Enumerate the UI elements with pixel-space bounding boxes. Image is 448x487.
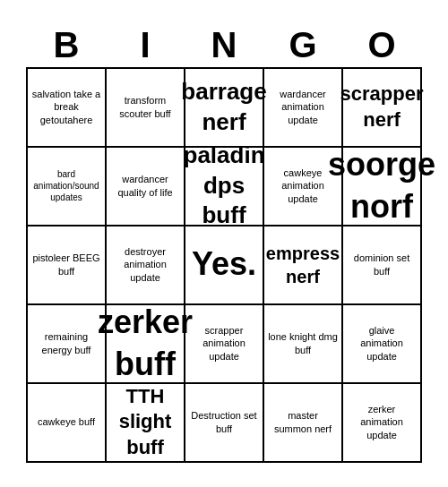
grid-cell: zerker animation update <box>343 384 422 463</box>
grid-cell: cawkeye buff <box>28 384 107 463</box>
grid-cell: Destruction set buff <box>185 384 264 463</box>
grid-cell: paladin dps buff <box>185 148 264 226</box>
grid-cell: scrapper animation update <box>185 305 264 384</box>
grid-cell: empress nerf <box>264 226 343 305</box>
grid-cell: zerker buff <box>107 305 185 384</box>
title-letter: I <box>106 25 185 65</box>
grid-cell: remaining energy buff <box>28 305 107 384</box>
grid-cell: destroyer animation update <box>107 226 185 305</box>
grid-cell: lone knight dmg buff <box>264 305 343 384</box>
bingo-title: BINGO <box>27 25 421 65</box>
grid-cell: glaive animation update <box>343 305 422 384</box>
grid-cell: master summon nerf <box>264 384 343 463</box>
grid-cell: dominion set buff <box>343 226 422 305</box>
title-letter: O <box>342 25 421 65</box>
grid-cell: scrapper nerf <box>343 69 422 148</box>
grid-cell: Yes. <box>185 226 264 305</box>
grid-cell: barrage nerf <box>185 69 264 148</box>
grid-cell: pistoleer BEEG buff <box>28 226 107 305</box>
title-letter: G <box>263 25 342 65</box>
title-letter: B <box>27 25 106 65</box>
grid-cell: wardancer quality of life <box>107 148 185 226</box>
title-letter: N <box>185 25 263 65</box>
grid-cell: transform scouter buff <box>107 69 185 148</box>
grid-cell: bard animation/sound updates <box>28 148 107 226</box>
grid-cell: salvation take a break getoutahere <box>28 69 107 148</box>
grid-cell: soorge norf <box>343 148 422 226</box>
grid-cell: TTH slight buff <box>107 384 185 463</box>
bingo-grid: salvation take a break getoutaheretransf… <box>26 67 422 463</box>
grid-cell: wardancer animation update <box>264 69 343 148</box>
